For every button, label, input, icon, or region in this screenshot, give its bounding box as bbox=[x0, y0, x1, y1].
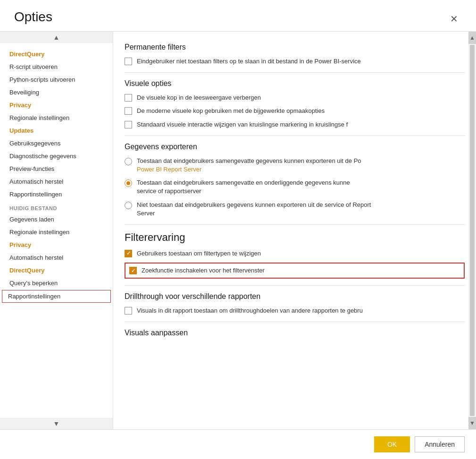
sidebar-item-python[interactable]: Python-scripts uitvoeren bbox=[0, 73, 113, 86]
option-text-vo2: De moderne visuele kop gebruiken met de … bbox=[137, 107, 325, 115]
sidebar-item-directquery-current[interactable]: DirectQuery bbox=[0, 264, 113, 277]
options-dialog: Opties ✕ ▲ DirectQuery R-script uitvoere… bbox=[0, 0, 476, 459]
content-scroll-down[interactable]: ▼ bbox=[468, 417, 476, 429]
radio-ge3[interactable] bbox=[125, 202, 132, 209]
sidebar: ▲ DirectQuery R-script uitvoeren Python-… bbox=[0, 32, 113, 429]
sidebar-scroll-down[interactable]: ▼ bbox=[0, 418, 113, 429]
section-title-visuals-aanpassen: Visuals aanpassen bbox=[125, 329, 465, 337]
content-scrollbar: ▲ ▼ bbox=[468, 32, 476, 429]
option-row-vo3: Standaard visuele interactie wijzigen va… bbox=[125, 120, 465, 129]
section-title-drillthrough: Drillthrough voor verschillende rapporte… bbox=[125, 292, 465, 301]
dialog-title: Opties bbox=[14, 9, 52, 25]
option-row-ge3: Niet toestaan dat eindgebruikers gegeven… bbox=[125, 201, 465, 218]
option-row-ge2: Toestaan dat eindgebruikers samengevatte… bbox=[125, 178, 465, 196]
option-text-ge3: Niet toestaan dat eindgebruikers gegeven… bbox=[137, 201, 371, 218]
radio-ge2[interactable] bbox=[125, 179, 132, 187]
option-row-vo2: De moderne visuele kop gebruiken met de … bbox=[125, 107, 465, 115]
option-text-vo1: De visuele kop in de leesweergave verber… bbox=[137, 94, 261, 102]
sidebar-item-diagnostische[interactable]: Diagnostische gegevens bbox=[0, 150, 113, 162]
sidebar-item-gegevens-laden[interactable]: Gegevens laden bbox=[0, 213, 113, 226]
sidebar-item-autoherstel-global[interactable]: Automatisch herstel bbox=[0, 175, 113, 188]
section-title-visuele-opties: Visuele opties bbox=[125, 79, 465, 88]
option-row-vo1: De visuele kop in de leesweergave verber… bbox=[125, 94, 465, 102]
checkbox-vo2[interactable] bbox=[125, 107, 132, 115]
sidebar-item-preview[interactable]: Preview-functies bbox=[0, 162, 113, 175]
sidebar-item-rscript[interactable]: R-script uitvoeren bbox=[0, 60, 113, 73]
sidebar-section-label: HUIDIG BESTAND bbox=[0, 201, 113, 213]
cancel-button[interactable]: Annuleren bbox=[415, 436, 465, 452]
checkbox-pf1[interactable] bbox=[125, 58, 132, 65]
option-row-pf1: Eindgebruiker niet toestaan filters op t… bbox=[125, 57, 465, 66]
option-text-ge2: Toestaan dat eindgebruikers samengevatte… bbox=[137, 178, 350, 196]
sidebar-item-rapportinstellingen[interactable]: Rapportinstellingen bbox=[2, 290, 111, 303]
option-text-dt1: Visuals in dit rapport toestaan om drill… bbox=[137, 306, 363, 315]
section-title-filterervaring: Filterervaring bbox=[125, 231, 465, 244]
section-title-permanente-filters: Permanente filters bbox=[125, 43, 465, 51]
option-text-ge1: Toestaan dat eindgebruikers samengevatte… bbox=[137, 157, 361, 174]
link-power-bi[interactable]: Power BI Report Server bbox=[137, 166, 201, 173]
radio-ge1[interactable] bbox=[125, 158, 132, 165]
content-area: Permanente filters Eindgebruiker niet to… bbox=[113, 32, 476, 429]
sidebar-item-beveiliging[interactable]: Beveiliging bbox=[0, 86, 113, 99]
sidebar-item-directquery[interactable]: DirectQuery bbox=[0, 48, 113, 60]
sidebar-item-autoherstel[interactable]: Automatisch herstel bbox=[0, 251, 113, 264]
sidebar-item-gebruiksgegevens[interactable]: Gebruiksgegevens bbox=[0, 137, 113, 150]
close-button[interactable]: ✕ bbox=[446, 11, 462, 26]
sidebar-item-rapport-global[interactable]: Rapportinstellingen bbox=[0, 188, 113, 201]
checkbox-dt1[interactable] bbox=[125, 307, 132, 314]
sidebar-item-regionale-current[interactable]: Regionale instellingen bbox=[0, 226, 113, 238]
checkbox-fe2[interactable] bbox=[129, 267, 137, 274]
sidebar-item-privacy-global[interactable]: Privacy bbox=[0, 99, 113, 111]
dialog-body: ▲ DirectQuery R-script uitvoeren Python-… bbox=[0, 31, 476, 429]
option-text-fe1: Gebruikers toestaan om filtertypen te wi… bbox=[137, 249, 261, 258]
dialog-footer: OK Annuleren bbox=[0, 429, 476, 459]
dialog-header: Opties ✕ bbox=[0, 0, 476, 31]
section-title-gegevens-exporteren: Gegevens exporteren bbox=[125, 143, 465, 151]
sidebar-scroll: DirectQuery R-script uitvoeren Python-sc… bbox=[0, 43, 113, 418]
option-text-pf1: Eindgebruiker niet toestaan filters op t… bbox=[137, 57, 361, 66]
sidebar-item-privacy-current[interactable]: Privacy bbox=[0, 238, 113, 251]
content-scroll: Permanente filters Eindgebruiker niet to… bbox=[113, 32, 476, 429]
sidebar-item-updates[interactable]: Updates bbox=[0, 124, 113, 137]
option-row-ge1: Toestaan dat eindgebruikers samengevatte… bbox=[125, 157, 465, 174]
sidebar-item-queries[interactable]: Query's beperken bbox=[0, 277, 113, 289]
option-text-fe2: Zoekfunctie inschakelen voor het filterv… bbox=[142, 266, 265, 275]
option-row-fe1: Gebruikers toestaan om filtertypen te wi… bbox=[125, 249, 465, 258]
option-row-dt1: Visuals in dit rapport toestaan om drill… bbox=[125, 306, 465, 315]
ok-button[interactable]: OK bbox=[374, 436, 410, 452]
checkbox-vo3[interactable] bbox=[125, 121, 132, 128]
content-scroll-up[interactable]: ▲ bbox=[468, 32, 476, 44]
option-text-vo3: Standaard visuele interactie wijzigen va… bbox=[137, 120, 348, 129]
checkbox-vo1[interactable] bbox=[125, 94, 132, 102]
checkbox-fe1[interactable] bbox=[125, 250, 132, 257]
sidebar-item-regionale-global[interactable]: Regionale instellingen bbox=[0, 111, 113, 124]
sidebar-scroll-up[interactable]: ▲ bbox=[0, 32, 113, 43]
option-row-fe2-highlighted: Zoekfunctie inschakelen voor het filterv… bbox=[125, 263, 465, 279]
